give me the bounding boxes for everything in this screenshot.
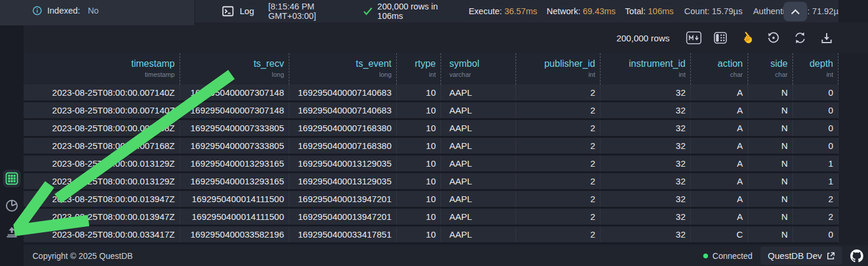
column-header-instrument_id[interactable]: instrument_idint (601, 53, 691, 85)
table-cell-timestamp[interactable]: 2023-08-25T08:00:00.013129Z (24, 155, 180, 171)
table-cell-timestamp[interactable]: 2023-08-25T08:00:00.007140Z (24, 85, 180, 100)
table-cell-action[interactable]: A (691, 173, 748, 189)
table-cell-instrument_id[interactable]: 32 (601, 226, 691, 242)
table-cell-ts_event[interactable]: 1692950400007168380 (289, 120, 397, 136)
table-cell-rtype[interactable]: 10 (397, 191, 441, 207)
table-cell-side[interactable]: N (748, 138, 793, 154)
table-cell-action[interactable]: C (691, 226, 748, 242)
table-cell-side[interactable]: N (748, 226, 793, 242)
restore-view-button[interactable] (765, 30, 782, 46)
table-row[interactable]: 2023-08-25T08:00:00.033417Z1692950400033… (24, 226, 838, 244)
table-cell-side[interactable]: N (748, 209, 793, 225)
table-cell-action[interactable]: A (691, 138, 748, 154)
table-cell-instrument_id[interactable]: 32 (601, 155, 691, 171)
table-cell-instrument_id[interactable]: 32 (601, 173, 691, 189)
table-cell-publisher_id[interactable]: 2 (516, 209, 601, 225)
table-cell-side[interactable]: N (748, 85, 793, 100)
table-row[interactable]: 2023-08-25T08:00:00.013129Z1692950400013… (24, 173, 838, 191)
table-cell-symbol[interactable]: AAPL (441, 226, 516, 242)
table-cell-ts_recv[interactable]: 1692950400033582196 (180, 226, 289, 242)
table-cell-publisher_id[interactable]: 2 (516, 138, 601, 154)
column-header-symbol[interactable]: symbolvarchar (441, 53, 516, 85)
table-cell-depth[interactable]: 2 (793, 191, 838, 207)
table-cell-side[interactable]: N (748, 120, 793, 136)
table-cell-instrument_id[interactable]: 32 (601, 191, 691, 207)
table-cell-instrument_id[interactable]: 32 (601, 138, 691, 154)
table-cell-publisher_id[interactable]: 2 (516, 102, 601, 118)
table-cell-rtype[interactable]: 10 (397, 120, 441, 136)
table-cell-ts_recv[interactable]: 1692950400007333805 (180, 138, 289, 154)
table-cell-timestamp[interactable]: 2023-08-25T08:00:00.007168Z (24, 120, 180, 136)
table-cell-ts_event[interactable]: 1692950400007168380 (289, 138, 397, 154)
table-cell-symbol[interactable]: AAPL (441, 102, 516, 118)
table-cell-side[interactable]: N (748, 102, 793, 118)
table-cell-side[interactable]: N (748, 173, 793, 189)
table-cell-ts_event[interactable]: 1692950400007140683 (289, 85, 397, 100)
table-cell-timestamp[interactable]: 2023-08-25T08:00:00.007168Z (24, 138, 180, 154)
table-cell-ts_event[interactable]: 1692950400007140683 (289, 102, 397, 118)
table-cell-ts_event[interactable]: 1692950400013947201 (289, 191, 397, 207)
table-cell-rtype[interactable]: 10 (397, 85, 441, 100)
table-cell-action[interactable]: A (691, 191, 748, 207)
table-row[interactable]: 2023-08-25T08:00:00.013129Z1692950400013… (24, 155, 838, 173)
table-row[interactable]: 2023-08-25T08:00:00.013947Z1692950400014… (24, 191, 838, 209)
table-cell-ts_recv[interactable]: 1692950400014111500 (180, 191, 289, 207)
table-row[interactable]: 2023-08-25T08:00:00.007168Z1692950400007… (24, 138, 838, 155)
column-header-action[interactable]: actionchar (691, 53, 748, 85)
table-cell-timestamp[interactable]: 2023-08-25T08:00:00.013129Z (24, 173, 180, 189)
download-result-button[interactable] (818, 30, 835, 46)
column-header-side[interactable]: sidechar (748, 53, 793, 85)
table-cell-timestamp[interactable]: 2023-08-25T08:00:00.007140Z (24, 102, 180, 118)
markdown-download-button[interactable] (686, 30, 702, 46)
collapse-log-button[interactable] (784, 2, 807, 21)
column-header-rtype[interactable]: rtypeint (397, 53, 441, 85)
table-cell-publisher_id[interactable]: 2 (516, 191, 601, 207)
table-cell-action[interactable]: A (691, 209, 748, 225)
table-cell-rtype[interactable]: 10 (397, 155, 441, 171)
column-header-publisher_id[interactable]: publisher_idint (516, 53, 601, 85)
table-cell-symbol[interactable]: AAPL (441, 85, 516, 100)
table-cell-depth[interactable]: 0 (793, 85, 838, 100)
sidebar-item-import[interactable] (3, 223, 21, 241)
table-cell-rtype[interactable]: 10 (397, 226, 441, 242)
table-cell-side[interactable]: N (748, 191, 793, 207)
log-label[interactable]: Log (240, 7, 254, 16)
table-cell-instrument_id[interactable]: 32 (601, 120, 691, 136)
table-cell-symbol[interactable]: AAPL (441, 209, 516, 225)
build-version-button[interactable]: QuestDB Dev (761, 246, 842, 265)
column-header-depth[interactable]: depthint (793, 53, 838, 85)
table-cell-action[interactable]: A (691, 102, 748, 118)
table-cell-rtype[interactable]: 10 (397, 138, 441, 154)
sidebar-item-chart[interactable] (3, 197, 21, 215)
table-cell-symbol[interactable]: AAPL (441, 173, 516, 189)
table-cell-action[interactable]: A (691, 120, 748, 136)
table-cell-rtype[interactable]: 10 (397, 102, 441, 118)
table-cell-timestamp[interactable]: 2023-08-25T08:00:00.013947Z (24, 191, 180, 207)
table-cell-depth[interactable]: 0 (793, 120, 838, 136)
table-cell-depth[interactable]: 1 (793, 173, 838, 189)
table-cell-publisher_id[interactable]: 2 (516, 120, 601, 136)
column-header-ts_recv[interactable]: ts_recvlong (180, 53, 289, 85)
table-row[interactable]: 2023-08-25T08:00:00.007168Z1692950400007… (24, 120, 838, 138)
table-cell-symbol[interactable]: AAPL (441, 155, 516, 171)
table-cell-ts_event[interactable]: 1692950400013129035 (289, 155, 397, 171)
table-cell-instrument_id[interactable]: 32 (601, 209, 691, 225)
table-cell-symbol[interactable]: AAPL (441, 120, 516, 136)
table-cell-rtype[interactable]: 10 (397, 209, 441, 225)
table-cell-publisher_id[interactable]: 2 (516, 226, 601, 242)
table-cell-rtype[interactable]: 10 (397, 173, 441, 189)
table-cell-ts_event[interactable]: 1692950400033417851 (289, 226, 397, 242)
table-cell-ts_event[interactable]: 1692950400013947201 (289, 209, 397, 225)
table-cell-symbol[interactable]: AAPL (441, 138, 516, 154)
table-cell-depth[interactable]: 1 (793, 155, 838, 171)
table-cell-depth[interactable]: 0 (793, 102, 838, 118)
table-cell-instrument_id[interactable]: 32 (601, 85, 691, 100)
table-cell-ts_recv[interactable]: 1692950400007307148 (180, 85, 289, 100)
table-cell-ts_recv[interactable]: 1692950400014111500 (180, 209, 289, 225)
table-cell-publisher_id[interactable]: 2 (516, 155, 601, 171)
table-cell-depth[interactable]: 0 (793, 138, 838, 154)
table-cell-ts_recv[interactable]: 1692950400013293165 (180, 173, 289, 189)
toggle-columns-button[interactable] (712, 30, 729, 46)
column-header-ts_event[interactable]: ts_eventlong (289, 53, 397, 85)
table-cell-depth[interactable]: 2 (793, 209, 838, 225)
